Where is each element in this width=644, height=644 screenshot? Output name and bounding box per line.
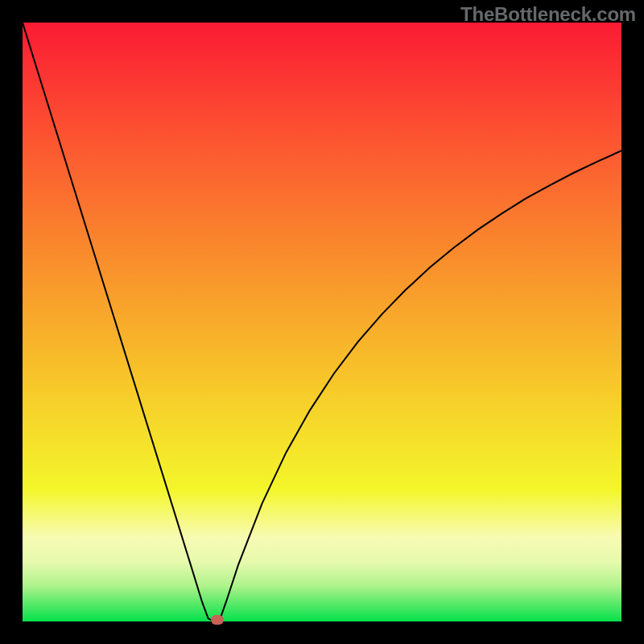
plot-background (23, 23, 621, 621)
chart-frame: TheBottleneck.com (0, 0, 644, 644)
optimal-point-marker (211, 615, 224, 625)
watermark-text: TheBottleneck.com (460, 3, 636, 26)
bottleneck-chart (23, 23, 621, 621)
